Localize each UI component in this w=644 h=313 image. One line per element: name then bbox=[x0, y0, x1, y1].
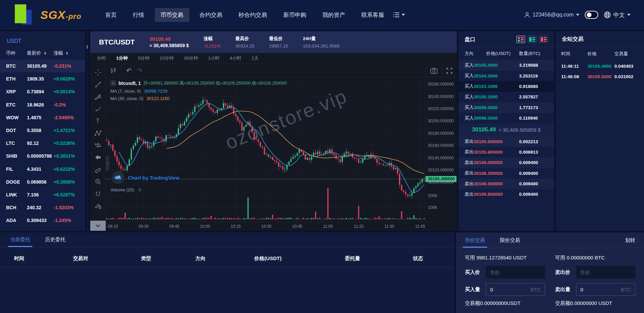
lock-drawings-tool[interactable] bbox=[93, 201, 103, 211]
market-row-DOT[interactable]: DOT5.3558+1.4721% bbox=[0, 124, 85, 137]
market-row-BCH[interactable]: BCH240.32-1.5203% bbox=[0, 201, 85, 214]
market-row-ADA[interactable]: ADA0.309433-1.245% bbox=[0, 214, 85, 227]
buy-price-input[interactable] bbox=[490, 270, 541, 275]
orderbook-row[interactable]: 卖出30105.5000000.002213 bbox=[459, 136, 554, 147]
orderbook-row[interactable]: 卖出30106.3000000.009400 bbox=[459, 168, 554, 179]
orderbook-view-buy-button[interactable] bbox=[528, 36, 537, 43]
tab-当前委托[interactable]: 当前委托 bbox=[10, 237, 30, 247]
tab-市价交易[interactable]: 市价交易 bbox=[465, 237, 485, 248]
more-menu-button[interactable] bbox=[393, 12, 405, 18]
user-account-menu[interactable]: 123456@qq.com bbox=[524, 12, 579, 18]
timeframe-1天[interactable]: 1天 bbox=[251, 55, 259, 61]
screenshot-button[interactable] bbox=[426, 64, 441, 77]
orderbook-row[interactable]: 买入30098.30000.110940 bbox=[459, 113, 554, 123]
magnet-tool[interactable] bbox=[93, 189, 103, 198]
mid-price-approx: ≈ 30,409.585859 $ bbox=[499, 127, 541, 133]
timeframe-1分钟[interactable]: 1分钟 bbox=[116, 55, 128, 61]
layout-grid-icon[interactable]: ⊟ bbox=[110, 81, 116, 86]
fullscreen-button[interactable] bbox=[441, 64, 457, 77]
logo-text: SGX-pro bbox=[40, 8, 81, 22]
nav-item-合约交易[interactable]: 合约交易 bbox=[194, 8, 228, 22]
orderbook-view-both-button[interactable] bbox=[516, 36, 525, 43]
tab-限价交易[interactable]: 限价交易 bbox=[500, 237, 520, 248]
orderbook-row[interactable]: 买入30105.40003.219088 bbox=[459, 60, 554, 70]
logo[interactable]: SGX-pro bbox=[13, 4, 81, 25]
timeframe-5分钟[interactable]: 5分钟 bbox=[138, 55, 150, 61]
orderbook-row[interactable]: 卖出30106.5000000.009400 bbox=[459, 179, 554, 189]
pattern-tool[interactable] bbox=[93, 128, 103, 138]
market-row-LINK[interactable]: LINK7.106+6.5287% bbox=[0, 188, 85, 201]
candle-style-icon[interactable] bbox=[110, 67, 116, 74]
buy-amount-input[interactable] bbox=[490, 287, 528, 292]
top-navbar: SGX-pro 首页行情币币交易合约交易秒合约交易新币申购我的资产联系客服 12… bbox=[0, 0, 644, 30]
market-row-SHIB[interactable]: SHIB0.00000786+0.3831% bbox=[0, 150, 85, 162]
language-selector[interactable]: 中文 bbox=[604, 11, 631, 19]
market-price: 0.069856 bbox=[27, 179, 54, 185]
forecast-tool[interactable] bbox=[93, 140, 103, 150]
nav-item-币币交易[interactable]: 币币交易 bbox=[155, 8, 189, 22]
collapse-sidebar-handle[interactable]: ‹ bbox=[106, 156, 109, 170]
orderbook-row[interactable]: 卖出30106.0000000.009400 bbox=[459, 157, 554, 168]
chart-panel: BTC/USDT 30105.49 ≈ 30,409.585859 $ 涨幅-0… bbox=[90, 31, 457, 231]
nav-item-联系客服[interactable]: 联系客服 bbox=[356, 8, 390, 22]
orderbook-row[interactable]: 卖出30105.8000000.006913 bbox=[459, 147, 554, 157]
svg-text:30200.000000: 30200.000000 bbox=[428, 119, 454, 123]
timeframe-4小时[interactable]: 4小时 bbox=[230, 55, 242, 61]
ma7-value: 30098.7229 bbox=[144, 89, 167, 94]
toolbar-scroll-down-button[interactable] bbox=[90, 221, 106, 231]
timeframe-1小时[interactable]: 1小时 bbox=[208, 55, 220, 61]
column-price: 价格 bbox=[587, 51, 614, 57]
crosshair-tool[interactable] bbox=[93, 67, 103, 77]
market-row-WOW[interactable]: WOW1.4875-2.5485% bbox=[0, 111, 85, 124]
market-tab-usdt[interactable]: USDT bbox=[0, 37, 85, 48]
nav-item-我的资产[interactable]: 我的资产 bbox=[317, 8, 351, 22]
market-price: 1.4875 bbox=[27, 115, 54, 120]
orderbook-row[interactable]: 买入30103.10000.918685 bbox=[459, 81, 554, 92]
market-row-DOGE[interactable]: DOGE0.069856+0.3808% bbox=[0, 176, 85, 188]
market-row-FIL[interactable]: FIL4.3431+0.6232% bbox=[0, 163, 85, 176]
nav-item-首页[interactable]: 首页 bbox=[100, 8, 123, 22]
market-row-ETH[interactable]: ETH1909.35+0.0629% bbox=[0, 72, 85, 85]
zoom-in-tool[interactable] bbox=[93, 177, 103, 186]
transfer-button[interactable]: 划转 bbox=[625, 237, 635, 248]
orderbook-row[interactable]: 卖出30106.8000000.009400 bbox=[459, 189, 554, 199]
theme-toggle[interactable] bbox=[585, 11, 598, 19]
orderbook-row[interactable]: 买入30100.10002.557827 bbox=[459, 92, 554, 102]
orderbook-side: 卖出 bbox=[465, 138, 474, 145]
text-tool[interactable]: T bbox=[93, 116, 103, 126]
svg-text:30260.000000: 30260.000000 bbox=[428, 82, 454, 87]
orderbook-row[interactable]: 买入30104.30003.253119 bbox=[459, 70, 554, 81]
logo-icon bbox=[13, 4, 36, 25]
market-row-XRP[interactable]: XRP0.73894+0.0014% bbox=[0, 85, 85, 98]
redo-button[interactable]: ↷ bbox=[137, 67, 142, 74]
sidebar-scrollbar[interactable]: ▲▼ bbox=[87, 31, 89, 231]
sort-change-button[interactable]: ▲▼ bbox=[66, 52, 68, 55]
pitchfork-tool[interactable] bbox=[93, 92, 103, 101]
tab-历史委托[interactable]: 历史委托 bbox=[45, 237, 65, 247]
market-price: 7.106 bbox=[27, 192, 54, 197]
ruler-tool[interactable] bbox=[93, 164, 103, 174]
column-volume: 交易量 bbox=[614, 51, 639, 57]
market-row-ETC[interactable]: ETC18.9626-0.2% bbox=[0, 98, 85, 111]
orderbook-mid-price: 30105.49 ≈ 30,409.585859 $ bbox=[459, 123, 554, 136]
undo-button[interactable]: ↶ bbox=[126, 67, 132, 74]
market-row-LTC[interactable]: LTC92.12+0.5238% bbox=[0, 137, 85, 150]
trendline-tool[interactable] bbox=[93, 80, 103, 89]
nav-item-秒合约交易[interactable]: 秒合约交易 bbox=[233, 8, 273, 22]
timeframe-分时[interactable]: 分时 bbox=[97, 55, 106, 61]
timeframe-15分钟[interactable]: 15分钟 bbox=[160, 55, 174, 61]
nav-item-新币申购[interactable]: 新币申购 bbox=[278, 8, 312, 22]
timeframe-30分钟[interactable]: 30分钟 bbox=[184, 55, 198, 61]
sort-price-button[interactable]: ▲▼ bbox=[44, 52, 46, 55]
sell-price-input[interactable] bbox=[580, 270, 631, 275]
tradingview-attribution[interactable]: Chart by TradingView bbox=[112, 171, 179, 184]
orderbook-view-sell-button[interactable] bbox=[539, 36, 548, 43]
market-row-BTC[interactable]: BTC30105.49-0.231% bbox=[0, 60, 85, 72]
brush-tool[interactable] bbox=[93, 104, 103, 114]
change-label: 涨幅 bbox=[204, 36, 221, 42]
nav-item-行情[interactable]: 行情 bbox=[127, 8, 150, 22]
sell-amount-input[interactable] bbox=[580, 287, 618, 292]
orders-column-状态: 状态 bbox=[399, 255, 454, 262]
orderbook-row[interactable]: 买入30099.50001.773173 bbox=[459, 102, 554, 113]
hide-toolbar-arrow[interactable] bbox=[93, 152, 103, 162]
